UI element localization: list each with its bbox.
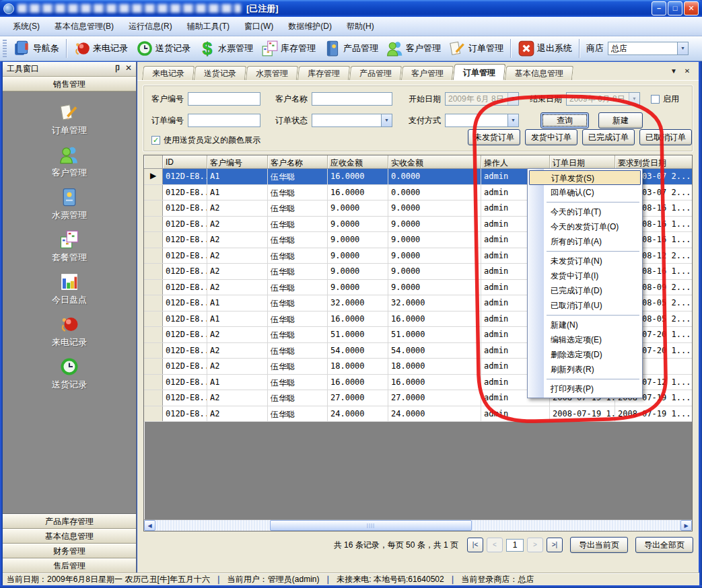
- toolbar-button[interactable]: 产品管理: [320, 38, 382, 59]
- context-menu-item[interactable]: 刷新列表(R): [528, 362, 642, 377]
- sidebar-item-送货记录[interactable]: 送货记录: [3, 353, 136, 395]
- toolbar-button[interactable]: 来电记录: [69, 38, 132, 59]
- context-menu-item[interactable]: 订单发货(S): [529, 170, 641, 185]
- context-menu-item[interactable]: 发货中订单(I): [528, 268, 642, 283]
- scrollbar-thumb[interactable]: ||||: [270, 520, 472, 531]
- table-row[interactable]: 012D-E8...A2伍华聪24.000024.0000admin2008-0…: [144, 406, 692, 422]
- toolbar-button[interactable]: 订单管理: [445, 38, 507, 59]
- enable-date-checkbox[interactable]: [651, 95, 660, 104]
- sidebar-item-客户管理[interactable]: 客户管理: [3, 141, 136, 183]
- row-selector-cell[interactable]: [144, 359, 163, 374]
- grid-header-操作人[interactable]: 操作人: [481, 155, 550, 168]
- row-selector-cell[interactable]: [144, 232, 163, 248]
- row-selector-cell[interactable]: [144, 406, 163, 422]
- sidebar-item-订单管理[interactable]: 订单管理: [3, 98, 136, 141]
- status-filter-button-已取消订单[interactable]: 已取消订单: [639, 129, 692, 145]
- toolbar-button[interactable]: $水票管理: [195, 38, 257, 59]
- menu-item[interactable]: 运行信息(R): [121, 18, 180, 35]
- horizontal-scrollbar[interactable]: ◀ |||| ▶: [144, 519, 692, 531]
- status-filter-button-发货中订单[interactable]: 发货中订单: [525, 129, 577, 145]
- sidebar-section-售后管理[interactable]: 售后管理: [3, 558, 136, 573]
- new-button[interactable]: 新建: [598, 112, 643, 128]
- export-all-pages-button[interactable]: 导出全部页: [635, 537, 693, 553]
- pin-icon[interactable]: 卩: [112, 63, 120, 75]
- toolbar-button[interactable]: 导航条: [9, 38, 63, 59]
- maximize-button[interactable]: □: [668, 1, 682, 15]
- tab-list-dropdown-icon[interactable]: ▼: [669, 67, 678, 76]
- scroll-left-icon[interactable]: ◀: [144, 520, 155, 531]
- row-selector-cell[interactable]: [144, 327, 163, 342]
- prev-page-button[interactable]: <: [487, 538, 503, 552]
- start-date-picker[interactable]: 2009年 6月 8日 ▼: [445, 92, 519, 106]
- customer-no-input[interactable]: [188, 92, 260, 106]
- tab-送货记录[interactable]: 送货记录: [194, 66, 246, 80]
- context-menu-item[interactable]: 所有的订单(A): [528, 234, 642, 249]
- context-menu-item[interactable]: 未发货订单(N): [528, 254, 642, 268]
- sidebar-section-财务管理[interactable]: 财务管理: [3, 544, 136, 558]
- last-page-button[interactable]: >|: [547, 538, 563, 552]
- pay-method-select[interactable]: ▼: [445, 114, 519, 127]
- sidebar-item-水票管理[interactable]: 水票管理: [3, 183, 136, 225]
- tab-订单管理[interactable]: 订单管理: [453, 64, 506, 80]
- context-menu-item[interactable]: 打印列表(P): [528, 381, 642, 396]
- sidebar-section-产品库存管理[interactable]: 产品库存管理: [3, 514, 136, 529]
- next-page-button[interactable]: >: [527, 538, 543, 552]
- grid-header-ID[interactable]: ID: [163, 155, 207, 168]
- tab-基本信息管理[interactable]: 基本信息管理: [505, 66, 573, 80]
- toolbar-button[interactable]: 送货记录: [132, 38, 195, 59]
- order-no-input[interactable]: [188, 114, 260, 127]
- status-filter-button-未发货订单[interactable]: 未发货订单: [468, 129, 520, 145]
- row-selector-cell[interactable]: [144, 311, 163, 327]
- close-button[interactable]: ✕: [684, 1, 699, 15]
- context-menu-item[interactable]: 已完成订单(D): [528, 283, 642, 298]
- shop-select[interactable]: 总店▼: [608, 42, 689, 55]
- minimize-button[interactable]: –: [652, 1, 666, 15]
- context-menu-item[interactable]: 新建(N): [528, 318, 642, 332]
- menu-item[interactable]: 帮助(H): [339, 18, 382, 35]
- first-page-button[interactable]: |<: [467, 538, 483, 552]
- row-selector-cell[interactable]: [144, 343, 163, 359]
- row-selector-cell[interactable]: [144, 375, 163, 390]
- menu-item[interactable]: 基本信息管理(B): [47, 18, 121, 35]
- row-selector-cell[interactable]: [144, 248, 163, 264]
- sidebar-section-sales[interactable]: 销售管理: [3, 77, 136, 91]
- scrollbar-track[interactable]: ||||: [155, 520, 680, 531]
- sidebar-item-今日盘点[interactable]: 今日盘点: [3, 268, 136, 310]
- sidebar-section-基本信息管理[interactable]: 基本信息管理: [3, 529, 136, 544]
- grid-header-应收金额[interactable]: 应收金额: [328, 155, 388, 168]
- tab-库存管理[interactable]: 库存管理: [297, 66, 350, 80]
- grid-header-实收金额[interactable]: 实收金额: [388, 155, 481, 168]
- query-button[interactable]: 查询: [540, 112, 589, 128]
- context-menu-item[interactable]: 今天的订单(T): [528, 205, 642, 219]
- customer-name-input[interactable]: [312, 92, 392, 106]
- sidebar-close-icon[interactable]: ✕: [125, 63, 132, 75]
- toolbar-button[interactable]: 客户管理: [382, 38, 445, 59]
- context-menu-item[interactable]: 回单确认(C): [528, 185, 642, 200]
- grid-header-订单日期[interactable]: 订单日期: [550, 155, 615, 168]
- row-selector-cell[interactable]: [144, 264, 163, 279]
- context-menu-item[interactable]: 编辑选定项(E): [528, 332, 642, 347]
- delivery-color-checkbox[interactable]: ✓: [151, 136, 160, 145]
- order-status-select[interactable]: ▼: [312, 114, 392, 127]
- menu-item[interactable]: 数据维护(D): [281, 18, 339, 35]
- row-selector-cell[interactable]: [144, 280, 163, 295]
- context-menu-item[interactable]: 今天的发货订单(O): [528, 219, 642, 234]
- row-selector-cell[interactable]: [144, 200, 163, 216]
- menu-item[interactable]: 辅助工具(T): [180, 18, 237, 35]
- row-selector-cell[interactable]: [144, 295, 163, 311]
- toolbar-button[interactable]: 库存管理: [257, 38, 320, 59]
- tab-客户管理[interactable]: 客户管理: [401, 66, 454, 80]
- tab-close-icon[interactable]: ✕: [682, 67, 692, 76]
- status-filter-button-已完成订单[interactable]: 已完成订单: [582, 129, 635, 145]
- tab-水票管理[interactable]: 水票管理: [246, 66, 298, 80]
- end-date-picker[interactable]: 2009年 6月 8日 ▼: [566, 92, 640, 106]
- row-selector-cell[interactable]: ▶: [144, 169, 163, 184]
- sidebar-item-套餐管理[interactable]: 套餐管理: [3, 225, 136, 268]
- sidebar-item-来电记录[interactable]: 来电记录: [3, 310, 136, 353]
- export-current-page-button[interactable]: 导出当前页: [570, 537, 628, 553]
- row-selector-cell[interactable]: [144, 185, 163, 200]
- grid-header-要求到货日期[interactable]: 要求到货日期: [615, 155, 692, 168]
- menu-item[interactable]: 窗口(W): [237, 18, 281, 35]
- scroll-right-icon[interactable]: ▶: [680, 520, 692, 531]
- row-selector-cell[interactable]: [144, 390, 163, 406]
